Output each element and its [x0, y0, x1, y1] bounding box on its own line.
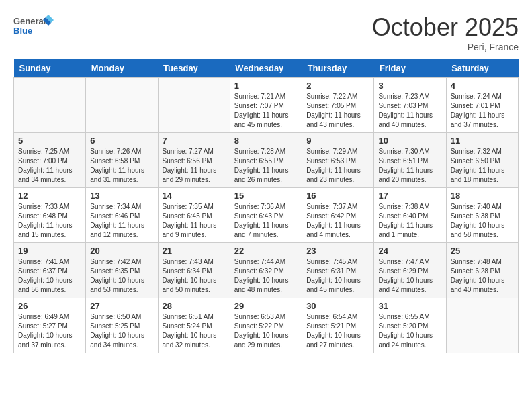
day-number: 1	[234, 81, 298, 91]
day-number: 20	[90, 246, 153, 256]
day-cell: 14Sunrise: 7:35 AM Sunset: 6:45 PM Dayli…	[158, 188, 230, 243]
day-info: Sunrise: 7:30 AM Sunset: 6:51 PM Dayligh…	[378, 147, 441, 185]
day-cell: 20Sunrise: 7:42 AM Sunset: 6:35 PM Dayli…	[86, 243, 158, 298]
day-info: Sunrise: 7:21 AM Sunset: 7:07 PM Dayligh…	[234, 92, 298, 130]
day-number: 15	[234, 191, 298, 201]
day-info: Sunrise: 7:38 AM Sunset: 6:40 PM Dayligh…	[378, 202, 441, 240]
day-number: 28	[163, 301, 226, 311]
day-cell: 27Sunrise: 6:50 AM Sunset: 5:25 PM Dayli…	[86, 298, 158, 353]
day-info: Sunrise: 7:48 AM Sunset: 6:28 PM Dayligh…	[451, 257, 514, 295]
day-cell: 1Sunrise: 7:21 AM Sunset: 7:07 PM Daylig…	[230, 78, 302, 133]
day-cell: 11Sunrise: 7:32 AM Sunset: 6:50 PM Dayli…	[446, 133, 518, 188]
day-cell: 31Sunrise: 6:55 AM Sunset: 5:20 PM Dayli…	[374, 298, 446, 353]
day-cell: 7Sunrise: 7:27 AM Sunset: 6:56 PM Daylig…	[158, 133, 230, 188]
logo-svg: General Blue	[13, 13, 54, 40]
day-number: 16	[306, 191, 369, 201]
page-header: General Blue October 2025 Peri, France	[13, 13, 519, 52]
header-row: SundayMondayTuesdayWednesdayThursdayFrid…	[14, 59, 519, 78]
day-info: Sunrise: 6:53 AM Sunset: 5:22 PM Dayligh…	[234, 312, 298, 350]
day-info: Sunrise: 7:40 AM Sunset: 6:38 PM Dayligh…	[451, 202, 514, 240]
day-cell: 28Sunrise: 6:51 AM Sunset: 5:24 PM Dayli…	[158, 298, 230, 353]
day-cell	[86, 78, 158, 133]
day-cell	[14, 78, 86, 133]
svg-text:Blue: Blue	[13, 26, 32, 36]
day-cell: 21Sunrise: 7:43 AM Sunset: 6:34 PM Dayli…	[158, 243, 230, 298]
location: Peri, France	[372, 42, 519, 52]
day-info: Sunrise: 7:25 AM Sunset: 7:00 PM Dayligh…	[18, 147, 81, 185]
title-block: October 2025 Peri, France	[372, 13, 519, 52]
day-number: 30	[306, 301, 369, 311]
day-cell: 16Sunrise: 7:37 AM Sunset: 6:42 PM Dayli…	[302, 188, 374, 243]
day-number: 22	[234, 246, 298, 256]
day-number: 3	[378, 81, 441, 91]
col-header-friday: Friday	[374, 59, 446, 78]
day-cell: 17Sunrise: 7:38 AM Sunset: 6:40 PM Dayli…	[374, 188, 446, 243]
day-cell: 23Sunrise: 7:45 AM Sunset: 6:31 PM Dayli…	[302, 243, 374, 298]
day-cell: 18Sunrise: 7:40 AM Sunset: 6:38 PM Dayli…	[446, 188, 518, 243]
week-row-2: 5Sunrise: 7:25 AM Sunset: 7:00 PM Daylig…	[14, 133, 519, 188]
day-info: Sunrise: 7:37 AM Sunset: 6:42 PM Dayligh…	[306, 202, 369, 240]
day-info: Sunrise: 7:42 AM Sunset: 6:35 PM Dayligh…	[90, 257, 153, 295]
day-info: Sunrise: 7:44 AM Sunset: 6:32 PM Dayligh…	[234, 257, 298, 295]
day-info: Sunrise: 7:22 AM Sunset: 7:05 PM Dayligh…	[306, 92, 369, 130]
day-number: 29	[234, 301, 298, 311]
svg-text:General: General	[13, 16, 46, 26]
day-info: Sunrise: 7:41 AM Sunset: 6:37 PM Dayligh…	[18, 257, 81, 295]
day-number: 10	[378, 136, 441, 146]
day-number: 17	[378, 191, 441, 201]
day-info: Sunrise: 7:23 AM Sunset: 7:03 PM Dayligh…	[378, 92, 441, 130]
day-info: Sunrise: 6:55 AM Sunset: 5:20 PM Dayligh…	[378, 312, 441, 350]
logo: General Blue	[13, 13, 54, 40]
day-info: Sunrise: 7:43 AM Sunset: 6:34 PM Dayligh…	[163, 257, 226, 295]
day-cell: 8Sunrise: 7:28 AM Sunset: 6:55 PM Daylig…	[230, 133, 302, 188]
day-cell: 2Sunrise: 7:22 AM Sunset: 7:05 PM Daylig…	[302, 78, 374, 133]
day-number: 11	[451, 136, 514, 146]
day-cell: 5Sunrise: 7:25 AM Sunset: 7:00 PM Daylig…	[14, 133, 86, 188]
day-cell: 26Sunrise: 6:49 AM Sunset: 5:27 PM Dayli…	[14, 298, 86, 353]
day-info: Sunrise: 7:34 AM Sunset: 6:46 PM Dayligh…	[90, 202, 153, 240]
day-info: Sunrise: 7:24 AM Sunset: 7:01 PM Dayligh…	[451, 92, 514, 130]
day-cell: 9Sunrise: 7:29 AM Sunset: 6:53 PM Daylig…	[302, 133, 374, 188]
day-info: Sunrise: 6:54 AM Sunset: 5:21 PM Dayligh…	[306, 312, 369, 350]
day-cell: 10Sunrise: 7:30 AM Sunset: 6:51 PM Dayli…	[374, 133, 446, 188]
day-info: Sunrise: 7:28 AM Sunset: 6:55 PM Dayligh…	[234, 147, 298, 185]
day-info: Sunrise: 7:32 AM Sunset: 6:50 PM Dayligh…	[451, 147, 514, 185]
week-row-1: 1Sunrise: 7:21 AM Sunset: 7:07 PM Daylig…	[14, 78, 519, 133]
day-cell: 15Sunrise: 7:36 AM Sunset: 6:43 PM Dayli…	[230, 188, 302, 243]
day-info: Sunrise: 7:29 AM Sunset: 6:53 PM Dayligh…	[306, 147, 369, 185]
day-cell: 22Sunrise: 7:44 AM Sunset: 6:32 PM Dayli…	[230, 243, 302, 298]
day-number: 2	[306, 81, 369, 91]
day-cell: 3Sunrise: 7:23 AM Sunset: 7:03 PM Daylig…	[374, 78, 446, 133]
day-cell	[158, 78, 230, 133]
day-cell: 6Sunrise: 7:26 AM Sunset: 6:58 PM Daylig…	[86, 133, 158, 188]
day-cell: 19Sunrise: 7:41 AM Sunset: 6:37 PM Dayli…	[14, 243, 86, 298]
col-header-sunday: Sunday	[14, 59, 86, 78]
day-number: 25	[451, 246, 514, 256]
col-header-tuesday: Tuesday	[158, 59, 230, 78]
day-cell: 30Sunrise: 6:54 AM Sunset: 5:21 PM Dayli…	[302, 298, 374, 353]
day-number: 18	[451, 191, 514, 201]
day-number: 26	[18, 301, 81, 311]
calendar-table: SundayMondayTuesdayWednesdayThursdayFrid…	[13, 59, 519, 353]
day-info: Sunrise: 7:35 AM Sunset: 6:45 PM Dayligh…	[163, 202, 226, 240]
day-number: 13	[90, 191, 153, 201]
week-row-5: 26Sunrise: 6:49 AM Sunset: 5:27 PM Dayli…	[14, 298, 519, 353]
day-info: Sunrise: 6:51 AM Sunset: 5:24 PM Dayligh…	[163, 312, 226, 350]
day-number: 19	[18, 246, 81, 256]
day-cell: 29Sunrise: 6:53 AM Sunset: 5:22 PM Dayli…	[230, 298, 302, 353]
day-number: 23	[306, 246, 369, 256]
day-cell: 13Sunrise: 7:34 AM Sunset: 6:46 PM Dayli…	[86, 188, 158, 243]
week-row-4: 19Sunrise: 7:41 AM Sunset: 6:37 PM Dayli…	[14, 243, 519, 298]
day-number: 7	[163, 136, 226, 146]
week-row-3: 12Sunrise: 7:33 AM Sunset: 6:48 PM Dayli…	[14, 188, 519, 243]
day-number: 21	[163, 246, 226, 256]
day-info: Sunrise: 7:33 AM Sunset: 6:48 PM Dayligh…	[18, 202, 81, 240]
day-number: 5	[18, 136, 81, 146]
col-header-wednesday: Wednesday	[230, 59, 302, 78]
day-number: 12	[18, 191, 81, 201]
day-info: Sunrise: 7:27 AM Sunset: 6:56 PM Dayligh…	[163, 147, 226, 185]
day-number: 31	[378, 301, 441, 311]
col-header-thursday: Thursday	[302, 59, 374, 78]
day-cell: 25Sunrise: 7:48 AM Sunset: 6:28 PM Dayli…	[446, 243, 518, 298]
col-header-saturday: Saturday	[446, 59, 518, 78]
